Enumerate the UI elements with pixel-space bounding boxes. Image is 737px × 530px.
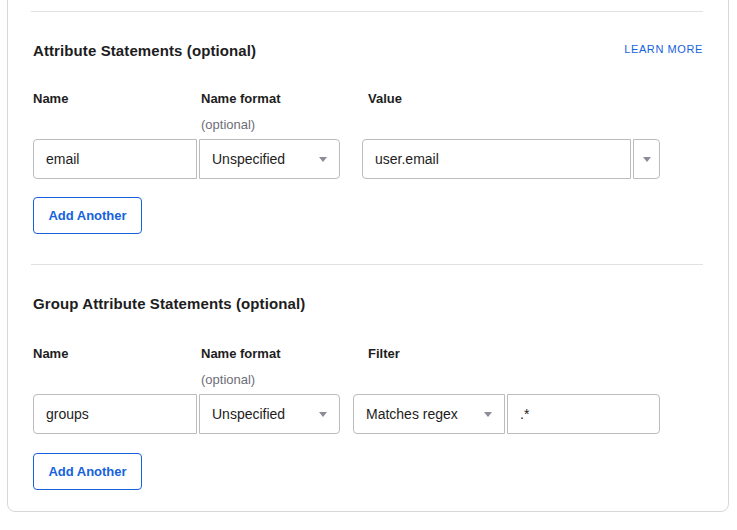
group-attribute-statements-title: Group Attribute Statements (optional) <box>33 295 305 312</box>
column-header-value: Value <box>368 91 402 106</box>
attribute-name-input[interactable] <box>33 139 197 179</box>
attribute-value-dropdown-button[interactable] <box>633 139 660 179</box>
group-attribute-filter-type-select[interactable]: Matches regex <box>353 394 505 434</box>
group-attribute-name-input[interactable] <box>33 394 197 434</box>
name-format-optional-hint: (optional) <box>201 372 255 387</box>
caret-down-icon <box>319 412 327 417</box>
learn-more-link[interactable]: LEARN MORE <box>624 43 703 55</box>
add-another-attribute-button[interactable]: Add Another <box>33 197 142 234</box>
group-attribute-filter-type-selected-value: Matches regex <box>366 406 458 422</box>
attribute-value-input[interactable] <box>362 139 631 179</box>
group-attribute-name-format-selected-value: Unspecified <box>212 406 285 422</box>
caret-down-icon <box>319 157 327 162</box>
settings-card <box>7 0 729 512</box>
section-divider <box>31 264 703 265</box>
group-attribute-name-format-select[interactable]: Unspecified <box>199 394 340 434</box>
caret-down-icon <box>643 157 651 162</box>
group-attribute-filter-value-input[interactable] <box>507 394 660 434</box>
column-header-filter: Filter <box>368 346 400 361</box>
column-header-name: Name <box>33 346 68 361</box>
saml-settings-page: Attribute Statements (optional) LEARN MO… <box>0 0 737 530</box>
attribute-statements-title: Attribute Statements (optional) <box>33 42 256 59</box>
section-divider <box>31 11 703 12</box>
attribute-name-format-select[interactable]: Unspecified <box>199 139 340 179</box>
caret-down-icon <box>484 412 492 417</box>
attribute-name-format-selected-value: Unspecified <box>212 151 285 167</box>
column-header-name: Name <box>33 91 68 106</box>
name-format-optional-hint: (optional) <box>201 117 255 132</box>
column-header-name-format: Name format <box>201 346 280 361</box>
add-another-group-attribute-button[interactable]: Add Another <box>33 453 142 490</box>
column-header-name-format: Name format <box>201 91 280 106</box>
